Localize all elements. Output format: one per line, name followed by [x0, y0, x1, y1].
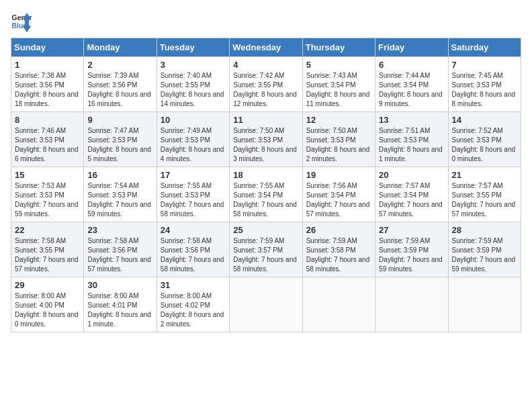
day-number: 14 [452, 115, 517, 125]
calendar-day-cell [302, 277, 375, 332]
day-info: Sunrise: 7:59 AMSunset: 3:59 PMDaylight:… [452, 237, 516, 273]
calendar-week-row: 1 Sunrise: 7:38 AMSunset: 3:56 PMDayligh… [11, 57, 521, 112]
calendar-day-cell: 6 Sunrise: 7:44 AMSunset: 3:54 PMDayligh… [375, 57, 448, 112]
day-info: Sunrise: 7:56 AMSunset: 3:54 PMDaylight:… [306, 182, 370, 218]
day-number: 4 [233, 60, 298, 70]
weekday-header: Thursday [302, 38, 375, 57]
day-info: Sunrise: 7:54 AMSunset: 3:53 PMDaylight:… [87, 182, 151, 218]
day-info: Sunrise: 7:59 AMSunset: 3:58 PMDaylight:… [306, 237, 370, 273]
day-info: Sunrise: 7:39 AMSunset: 3:56 PMDaylight:… [87, 72, 151, 107]
calendar-day-cell: 13 Sunrise: 7:51 AMSunset: 3:53 PMDaylig… [375, 112, 448, 167]
day-number: 31 [161, 280, 226, 290]
day-number: 16 [87, 170, 152, 180]
calendar-day-cell [375, 277, 448, 332]
day-number: 30 [87, 280, 152, 290]
calendar-table: SundayMondayTuesdayWednesdayThursdayFrid… [11, 38, 521, 332]
calendar-day-cell: 23 Sunrise: 7:58 AMSunset: 3:56 PMDaylig… [84, 222, 157, 277]
day-number: 6 [379, 60, 444, 70]
day-number: 26 [306, 225, 371, 235]
calendar-day-cell: 15 Sunrise: 7:53 AMSunset: 3:53 PMDaylig… [11, 167, 84, 222]
day-number: 2 [87, 60, 152, 70]
calendar-day-cell: 29 Sunrise: 8:00 AMSunset: 4:00 PMDaylig… [11, 277, 84, 332]
calendar-header-row: SundayMondayTuesdayWednesdayThursdayFrid… [11, 38, 521, 57]
day-info: Sunrise: 7:40 AMSunset: 3:55 PMDaylight:… [161, 72, 224, 107]
calendar-day-cell: 20 Sunrise: 7:57 AMSunset: 3:54 PMDaylig… [375, 167, 448, 222]
logo: General Blue [11, 11, 32, 32]
day-info: Sunrise: 7:49 AMSunset: 3:53 PMDaylight:… [161, 127, 224, 163]
day-number: 11 [233, 115, 298, 125]
calendar-day-cell: 3 Sunrise: 7:40 AMSunset: 3:55 PMDayligh… [157, 57, 229, 112]
day-number: 24 [161, 225, 226, 235]
calendar-day-cell: 2 Sunrise: 7:39 AMSunset: 3:56 PMDayligh… [84, 57, 157, 112]
day-info: Sunrise: 7:59 AMSunset: 3:57 PMDaylight:… [233, 237, 297, 273]
calendar-day-cell: 26 Sunrise: 7:59 AMSunset: 3:58 PMDaylig… [302, 222, 375, 277]
day-number: 17 [161, 170, 226, 180]
calendar-day-cell: 4 Sunrise: 7:42 AMSunset: 3:55 PMDayligh… [230, 57, 302, 112]
calendar-day-cell: 22 Sunrise: 7:58 AMSunset: 3:55 PMDaylig… [11, 222, 84, 277]
day-info: Sunrise: 7:43 AMSunset: 3:54 PMDaylight:… [306, 72, 370, 107]
calendar-day-cell: 12 Sunrise: 7:50 AMSunset: 3:53 PMDaylig… [302, 112, 375, 167]
day-number: 5 [306, 60, 371, 70]
calendar-week-row: 22 Sunrise: 7:58 AMSunset: 3:55 PMDaylig… [11, 222, 521, 277]
day-info: Sunrise: 7:47 AMSunset: 3:53 PMDaylight:… [87, 127, 151, 163]
day-number: 18 [233, 170, 298, 180]
calendar-week-row: 29 Sunrise: 8:00 AMSunset: 4:00 PMDaylig… [11, 277, 521, 332]
calendar-day-cell: 25 Sunrise: 7:59 AMSunset: 3:57 PMDaylig… [230, 222, 302, 277]
day-number: 8 [15, 115, 80, 125]
calendar-day-cell: 7 Sunrise: 7:45 AMSunset: 3:53 PMDayligh… [448, 57, 521, 112]
day-number: 20 [379, 170, 444, 180]
day-info: Sunrise: 8:00 AMSunset: 4:02 PMDaylight:… [161, 292, 224, 328]
weekday-header: Saturday [448, 38, 521, 57]
day-number: 27 [379, 225, 444, 235]
day-info: Sunrise: 8:00 AMSunset: 4:00 PMDaylight:… [15, 292, 79, 328]
calendar-day-cell: 16 Sunrise: 7:54 AMSunset: 3:53 PMDaylig… [84, 167, 157, 222]
calendar-day-cell: 10 Sunrise: 7:49 AMSunset: 3:53 PMDaylig… [157, 112, 229, 167]
day-info: Sunrise: 7:57 AMSunset: 3:55 PMDaylight:… [452, 182, 516, 218]
calendar-day-cell [230, 277, 302, 332]
day-number: 21 [452, 170, 517, 180]
day-info: Sunrise: 7:42 AMSunset: 3:55 PMDaylight:… [233, 72, 297, 107]
day-info: Sunrise: 8:00 AMSunset: 4:01 PMDaylight:… [87, 292, 151, 328]
calendar-week-row: 15 Sunrise: 7:53 AMSunset: 3:53 PMDaylig… [11, 167, 521, 222]
calendar-body: 1 Sunrise: 7:38 AMSunset: 3:56 PMDayligh… [11, 57, 521, 332]
day-info: Sunrise: 7:44 AMSunset: 3:54 PMDaylight:… [379, 72, 443, 107]
day-info: Sunrise: 7:45 AMSunset: 3:53 PMDaylight:… [452, 72, 516, 107]
day-info: Sunrise: 7:51 AMSunset: 3:53 PMDaylight:… [379, 127, 443, 163]
calendar-day-cell: 14 Sunrise: 7:52 AMSunset: 3:53 PMDaylig… [448, 112, 521, 167]
calendar-day-cell: 9 Sunrise: 7:47 AMSunset: 3:53 PMDayligh… [84, 112, 157, 167]
calendar-week-row: 8 Sunrise: 7:46 AMSunset: 3:53 PMDayligh… [11, 112, 521, 167]
day-number: 25 [233, 225, 298, 235]
day-info: Sunrise: 7:59 AMSunset: 3:59 PMDaylight:… [379, 237, 443, 273]
logo-icon: General Blue [11, 11, 32, 32]
calendar-day-cell: 28 Sunrise: 7:59 AMSunset: 3:59 PMDaylig… [448, 222, 521, 277]
calendar-day-cell: 21 Sunrise: 7:57 AMSunset: 3:55 PMDaylig… [448, 167, 521, 222]
day-number: 1 [15, 60, 80, 70]
day-info: Sunrise: 7:46 AMSunset: 3:53 PMDaylight:… [15, 127, 79, 163]
day-number: 12 [306, 115, 371, 125]
weekday-header: Friday [375, 38, 448, 57]
day-number: 29 [15, 280, 80, 290]
day-number: 7 [452, 60, 517, 70]
calendar-day-cell: 27 Sunrise: 7:59 AMSunset: 3:59 PMDaylig… [375, 222, 448, 277]
weekday-header: Tuesday [157, 38, 229, 57]
day-info: Sunrise: 7:50 AMSunset: 3:53 PMDaylight:… [306, 127, 370, 163]
day-number: 3 [161, 60, 226, 70]
day-info: Sunrise: 7:58 AMSunset: 3:56 PMDaylight:… [87, 237, 151, 273]
calendar-day-cell [448, 277, 521, 332]
day-info: Sunrise: 7:52 AMSunset: 3:53 PMDaylight:… [452, 127, 516, 163]
day-info: Sunrise: 7:55 AMSunset: 3:53 PMDaylight:… [161, 182, 224, 218]
calendar-day-cell: 18 Sunrise: 7:55 AMSunset: 3:54 PMDaylig… [230, 167, 302, 222]
day-info: Sunrise: 7:38 AMSunset: 3:56 PMDaylight:… [15, 72, 79, 107]
day-info: Sunrise: 7:58 AMSunset: 3:56 PMDaylight:… [161, 237, 224, 273]
day-number: 28 [452, 225, 517, 235]
weekday-header: Sunday [11, 38, 84, 57]
day-number: 15 [15, 170, 80, 180]
day-number: 13 [379, 115, 444, 125]
calendar-day-cell: 11 Sunrise: 7:50 AMSunset: 3:53 PMDaylig… [230, 112, 302, 167]
day-number: 22 [15, 225, 80, 235]
weekday-header: Monday [84, 38, 157, 57]
calendar-day-cell: 1 Sunrise: 7:38 AMSunset: 3:56 PMDayligh… [11, 57, 84, 112]
calendar-day-cell: 8 Sunrise: 7:46 AMSunset: 3:53 PMDayligh… [11, 112, 84, 167]
day-info: Sunrise: 7:58 AMSunset: 3:55 PMDaylight:… [15, 237, 79, 273]
calendar-day-cell: 17 Sunrise: 7:55 AMSunset: 3:53 PMDaylig… [157, 167, 229, 222]
